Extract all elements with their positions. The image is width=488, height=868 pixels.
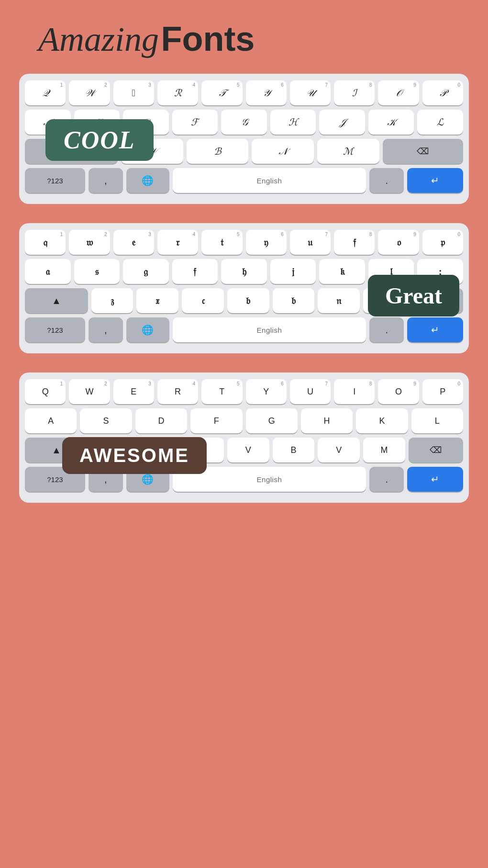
key-t[interactable]: 5𝒯	[201, 80, 242, 105]
key3-b[interactable]: B	[273, 438, 315, 462]
key-u[interactable]: 7𝒰	[290, 80, 331, 105]
key-m[interactable]: ℳ	[317, 139, 379, 164]
key-e[interactable]: 3𝒠	[113, 80, 154, 105]
key-globe-1[interactable]: 🌐	[126, 168, 169, 193]
keyboard-card-3: AWESOME 1Q 2W 3E 4R 5T 6Y 7U 8I 9O 0P A …	[19, 372, 469, 503]
key3-v2[interactable]: V	[318, 438, 360, 462]
title-bold: Fonts	[161, 20, 255, 58]
title-area: Amazing Fonts	[10, 19, 478, 59]
key3-i[interactable]: 8I	[334, 379, 375, 404]
key3-s[interactable]: S	[80, 408, 132, 433]
key3-d[interactable]: D	[135, 408, 187, 433]
key3-y[interactable]: 6Y	[246, 379, 287, 404]
key-l[interactable]: ℒ	[417, 110, 463, 135]
key-period-1[interactable]: .	[369, 168, 404, 193]
key-globe-2[interactable]: 🌐	[126, 317, 169, 342]
key3-t[interactable]: 5T	[201, 379, 242, 404]
key3-f[interactable]: F	[190, 408, 242, 433]
key-space-2[interactable]: English	[173, 317, 366, 342]
key-i[interactable]: 8ℐ	[334, 80, 375, 105]
key-p[interactable]: 0𝒫	[422, 80, 463, 105]
key-period-3[interactable]: .	[369, 467, 404, 492]
key-return-1[interactable]: ↵	[407, 168, 463, 193]
key-backspace-1[interactable]: ⌫	[383, 139, 463, 164]
key3-h[interactable]: H	[301, 408, 353, 433]
tooltip-awesome: AWESOME	[62, 437, 207, 474]
kb-row-1-bottom: ?123 , 🌐 English . ↵	[25, 168, 463, 193]
key2-p[interactable]: 0𝔭	[422, 230, 463, 255]
key2-e[interactable]: 3𝔢	[113, 230, 154, 255]
key2-y[interactable]: 6𝔶	[246, 230, 287, 255]
key-sym-1[interactable]: ?123	[25, 168, 85, 193]
tooltip-great: Great	[368, 275, 459, 316]
key-o[interactable]: 9𝒪	[378, 80, 419, 105]
key3-v[interactable]: V	[227, 438, 269, 462]
key3-q[interactable]: 1Q	[25, 379, 66, 404]
key-w[interactable]: 2𝒲	[69, 80, 110, 105]
key2-n[interactable]: 𝔫	[318, 288, 360, 313]
kb-row-2-1: 1𝔮 2𝔴 3𝔢 4𝔯 5𝔱 6𝔶 7𝔲 8𝔣 9𝔬 0𝔭	[25, 230, 463, 255]
key-period-2[interactable]: .	[369, 317, 404, 342]
key-sym-2[interactable]: ?123	[25, 317, 85, 342]
key3-m[interactable]: M	[363, 438, 405, 462]
key-k[interactable]: 𝒦	[368, 110, 414, 135]
key2-r[interactable]: 4𝔯	[157, 230, 198, 255]
keyboard-card-1: COOL 1𝒬 2𝒲 3𝒠 4ℛ 5𝒯 6𝒴 7𝒰 8ℐ 9𝒪 0𝒫 𝒜 𝒮 𝒟…	[19, 74, 469, 204]
tooltip-cool: COOL	[45, 119, 154, 161]
key2-f2[interactable]: 𝔣	[172, 259, 218, 284]
key3-e[interactable]: 3E	[113, 379, 154, 404]
key3-l[interactable]: L	[411, 408, 463, 433]
key3-w[interactable]: 2W	[69, 379, 110, 404]
key-comma-1[interactable]: ,	[89, 168, 123, 193]
kb-row-3-1: 1Q 2W 3E 4R 5T 6Y 7U 8I 9O 0P	[25, 379, 463, 404]
key-h[interactable]: ℋ	[270, 110, 316, 135]
key2-o[interactable]: 9𝔬	[378, 230, 419, 255]
kb-row-3-2: A S D F G H K L	[25, 408, 463, 433]
key-comma-2[interactable]: ,	[89, 317, 123, 342]
key-return-3[interactable]: ↵	[407, 467, 463, 492]
keyboard-card-2: Great 1𝔮 2𝔴 3𝔢 4𝔯 5𝔱 6𝔶 7𝔲 8𝔣 9𝔬 0𝔭 𝔞 𝔰 …	[19, 223, 469, 353]
key-f[interactable]: ℱ	[172, 110, 218, 135]
key2-b[interactable]: 𝔟	[227, 288, 269, 313]
tooltip-awesome-text: AWESOME	[79, 445, 189, 466]
key2-h[interactable]: 𝔥	[221, 259, 267, 284]
key2-g[interactable]: 𝔤	[123, 259, 169, 284]
key2-a[interactable]: 𝔞	[25, 259, 71, 284]
key2-x[interactable]: 𝔵	[136, 288, 178, 313]
key-y[interactable]: 6𝒴	[246, 80, 287, 105]
key-backspace-3[interactable]: ⌫	[409, 438, 463, 462]
tooltip-cool-text: COOL	[64, 126, 135, 154]
key-space-1[interactable]: English	[173, 168, 366, 193]
key2-c[interactable]: 𝔠	[182, 288, 224, 313]
key2-j[interactable]: 𝔧	[270, 259, 316, 284]
key3-u[interactable]: 7U	[290, 379, 331, 404]
key2-z[interactable]: 𝔷	[91, 288, 133, 313]
key2-b2[interactable]: 𝔟	[273, 288, 315, 313]
kb-row-1-1: 1𝒬 2𝒲 3𝒠 4ℛ 5𝒯 6𝒴 7𝒰 8ℐ 9𝒪 0𝒫	[25, 80, 463, 105]
key-b[interactable]: ℬ	[187, 139, 249, 164]
key3-k[interactable]: K	[356, 408, 408, 433]
key-q[interactable]: 1𝒬	[25, 80, 66, 105]
key2-q[interactable]: 1𝔮	[25, 230, 66, 255]
title-cursive: Amazing	[38, 20, 159, 58]
key-n[interactable]: 𝒩	[252, 139, 314, 164]
key-g[interactable]: 𝒢	[221, 110, 267, 135]
key3-p[interactable]: 0P	[422, 379, 463, 404]
key2-t[interactable]: 5𝔱	[201, 230, 242, 255]
key2-s[interactable]: 𝔰	[74, 259, 120, 284]
key3-o[interactable]: 9O	[378, 379, 419, 404]
key2-f[interactable]: 8𝔣	[334, 230, 375, 255]
key2-k[interactable]: 𝔨	[319, 259, 365, 284]
tooltip-great-text: Great	[385, 283, 442, 308]
key3-a[interactable]: A	[25, 408, 77, 433]
key3-g[interactable]: G	[246, 408, 298, 433]
key-r[interactable]: 4ℛ	[157, 80, 198, 105]
kb-row-2-bottom: ?123 , 🌐 English . ↵	[25, 317, 463, 342]
key3-r[interactable]: 4R	[157, 379, 198, 404]
key-return-2[interactable]: ↵	[407, 317, 463, 342]
key-shift-2[interactable]: ▲	[25, 288, 88, 313]
key2-w[interactable]: 2𝔴	[69, 230, 110, 255]
key2-u[interactable]: 7𝔲	[290, 230, 331, 255]
key-j[interactable]: 𝒥	[319, 110, 365, 135]
